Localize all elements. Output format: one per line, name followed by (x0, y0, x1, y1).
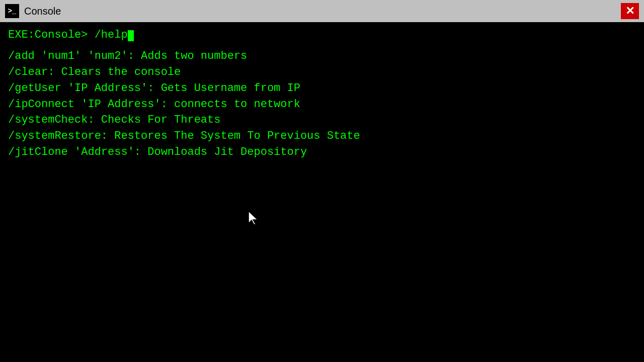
window-title: Console (24, 6, 61, 17)
prompt-line: EXE:Console> /help (8, 27, 636, 43)
help-lines: /add 'num1' 'num2': Adds two numbers/cle… (8, 48, 636, 160)
prompt-text: EXE:Console> /help (8, 29, 128, 41)
help-line: /getUser 'IP Address': Gets Username fro… (8, 80, 636, 97)
help-line: /systemRestore: Restores The System To P… (8, 128, 636, 144)
close-button[interactable]: ✕ (621, 3, 639, 19)
help-line: /jitClone 'Address': Downloads Jit Depos… (8, 144, 636, 160)
cursor (128, 30, 134, 41)
terminal-icon: >_ (5, 4, 19, 18)
console-body[interactable]: EXE:Console> /help /add 'num1' 'num2': A… (0, 22, 644, 362)
help-line: /ipConnect 'IP Address': connects to net… (8, 97, 636, 113)
help-line: /clear: Clears the console (8, 64, 636, 80)
help-line: /add 'num1' 'num2': Adds two numbers (8, 48, 636, 64)
titlebar: >_ Console ✕ (0, 0, 644, 22)
help-line: /systemCheck: Checks For Threats (8, 112, 636, 128)
console-window: >_ Console ✕ EXE:Console> /help /add 'nu… (0, 0, 644, 362)
titlebar-left: >_ Console (5, 4, 61, 18)
